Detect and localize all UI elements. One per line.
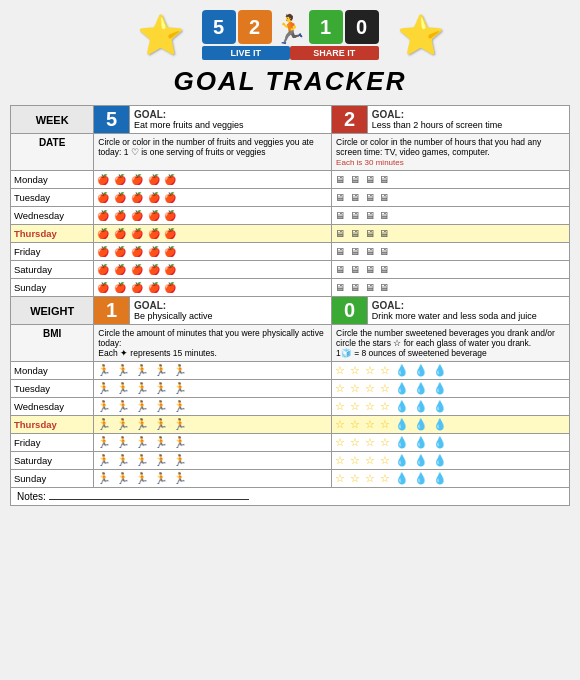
sunday2-stars: ☆ ☆ ☆ ☆ 💧 💧 💧: [332, 470, 570, 488]
date-desc2: Circle or color in the number of hours t…: [332, 134, 570, 171]
day-row-monday: Monday 🍎 🍎 🍎 🍎 🍎 🖥 🖥 🖥 🖥: [11, 171, 570, 189]
star-right: ⭐: [397, 13, 444, 57]
goal3-number: 1: [94, 297, 130, 325]
monday-monitors: 🖥 🖥 🖥 🖥: [332, 171, 570, 189]
goal2-desc: Less than 2 hours of screen time: [372, 120, 503, 130]
date-label: DATE: [11, 134, 94, 171]
wednesday-monitors: 🖥 🖥 🖥 🖥: [332, 207, 570, 225]
day-row-wednesday: Wednesday 🍎 🍎 🍎 🍎 🍎 🖥 🖥 🖥 🖥: [11, 207, 570, 225]
weight-row: WEIGHT 1 GOAL: Be physically active 0 GO…: [11, 297, 570, 325]
saturday2-stars: ☆ ☆ ☆ ☆ 💧 💧 💧: [332, 452, 570, 470]
monday2-stars: ☆ ☆ ☆ ☆ 💧 💧 💧: [332, 362, 570, 380]
logo-num-2: 2: [238, 10, 272, 44]
day-row-thursday1: Thursday 🍎 🍎 🍎 🍎 🍎 🖥 🖥 🖥 🖥: [11, 225, 570, 243]
day2-sunday: Sunday: [11, 470, 94, 488]
wednesday2-stars: ☆ ☆ ☆ ☆ 💧 💧 💧: [332, 398, 570, 416]
day2-saturday: Saturday: [11, 452, 94, 470]
tuesday-apples: 🍎 🍎 🍎 🍎 🍎: [94, 189, 332, 207]
bmi-each2: 1🧊 = 8 ounces of sweetened beverage: [336, 348, 487, 358]
day2-row-tuesday: Tuesday 🏃 🏃 🏃 🏃 🏃 ☆ ☆ ☆ ☆ 💧 💧 💧: [11, 380, 570, 398]
logo-middle: 2 🏃 1: [238, 10, 343, 44]
day-friday: Friday: [11, 243, 94, 261]
day-row-friday: Friday 🍎 🍎 🍎 🍎 🍎 🖥 🖥 🖥 🖥: [11, 243, 570, 261]
goal4-label: GOAL:: [372, 300, 565, 311]
logo-label-shareit: SHARE IT: [290, 46, 379, 60]
goal4-text: GOAL: Drink more water and less soda and…: [367, 297, 569, 325]
logo-num-5: 5: [202, 10, 236, 44]
logo: 5 2 🏃 1 0 LIVE IT SHARE IT: [202, 10, 379, 60]
day2-tuesday: Tuesday: [11, 380, 94, 398]
day2-row-wednesday: Wednesday 🏃 🏃 🏃 🏃 🏃 ☆ ☆ ☆ ☆ 💧 💧 💧: [11, 398, 570, 416]
star-left: ⭐: [137, 13, 184, 57]
week-label: WEEK: [11, 106, 94, 134]
day2-row-friday: Friday 🏃 🏃 🏃 🏃 🏃 ☆ ☆ ☆ ☆ 💧 💧 💧: [11, 434, 570, 452]
wednesday2-persons: 🏃 🏃 🏃 🏃 🏃: [94, 398, 332, 416]
day-row-saturday: Saturday 🍎 🍎 🍎 🍎 🍎 🖥 🖥 🖥 🖥: [11, 261, 570, 279]
bmi-label: BMI: [11, 325, 94, 362]
goal1-desc: Eat more fruits and veggies: [134, 120, 244, 130]
friday2-persons: 🏃 🏃 🏃 🏃 🏃: [94, 434, 332, 452]
notes-label: Notes:: [17, 491, 46, 502]
goal2-number: 2: [332, 106, 368, 134]
monday2-persons: 🏃 🏃 🏃 🏃 🏃: [94, 362, 332, 380]
week-row: WEEK 5 GOAL: Eat more fruits and veggies…: [11, 106, 570, 134]
wednesday-apples: 🍎 🍎 🍎 🍎 🍎: [94, 207, 332, 225]
date-each2: Each is 30 minutes: [336, 158, 404, 167]
saturday-apples: 🍎 🍎 🍎 🍎 🍎: [94, 261, 332, 279]
tuesday-monitors: 🖥 🖥 🖥 🖥: [332, 189, 570, 207]
thursday1-apples: 🍎 🍎 🍎 🍎 🍎: [94, 225, 332, 243]
goal3-text: GOAL: Be physically active: [129, 297, 331, 325]
day-tuesday: Tuesday: [11, 189, 94, 207]
saturday-monitors: 🖥 🖥 🖥 🖥: [332, 261, 570, 279]
thursday2-persons: 🏃 🏃 🏃 🏃 🏃: [94, 416, 332, 434]
bmi-row: BMI Circle the amount of minutes that yo…: [11, 325, 570, 362]
friday-monitors: 🖥 🖥 🖥 🖥: [332, 243, 570, 261]
day2-row-thursday: Thursday 🏃 🏃 🏃 🏃 🏃 ☆ ☆ ☆ ☆ 💧 💧 💧: [11, 416, 570, 434]
saturday2-persons: 🏃 🏃 🏃 🏃 🏃: [94, 452, 332, 470]
page-title: GOAL TRACKER: [174, 66, 407, 97]
sunday2-persons: 🏃 🏃 🏃 🏃 🏃: [94, 470, 332, 488]
goal4-desc: Drink more water and less soda and juice: [372, 311, 537, 321]
bmi-desc2: Circle the number sweetened beverages yo…: [332, 325, 570, 362]
tuesday2-persons: 🏃 🏃 🏃 🏃 🏃: [94, 380, 332, 398]
page-header: ⭐ 5 2 🏃 1 0 LIVE IT SHARE IT ⭐: [10, 10, 570, 60]
bmi-desc1: Circle the amount of minutes that you we…: [94, 325, 332, 362]
logo-num-1: 1: [309, 10, 343, 44]
goal1-number: 5: [94, 106, 130, 134]
goal1-label: GOAL:: [134, 109, 327, 120]
notes-row: Notes:: [11, 488, 570, 506]
day-row-sunday: Sunday 🍎 🍎 🍎 🍎 🍎 🖥 🖥 🖥 🖥: [11, 279, 570, 297]
tracker-table: WEEK 5 GOAL: Eat more fruits and veggies…: [10, 105, 570, 506]
sunday-monitors: 🖥 🖥 🖥 🖥: [332, 279, 570, 297]
day-monday: Monday: [11, 171, 94, 189]
notes-cell: Notes:: [11, 488, 570, 506]
figure-icon: 🏃: [273, 16, 308, 44]
goal4-number: 0: [332, 297, 368, 325]
thursday2-stars: ☆ ☆ ☆ ☆ 💧 💧 💧: [332, 416, 570, 434]
goal3-desc: Be physically active: [134, 311, 213, 321]
monday-apples: 🍎 🍎 🍎 🍎 🍎: [94, 171, 332, 189]
goal3-label: GOAL:: [134, 300, 327, 311]
sunday-apples: 🍎 🍎 🍎 🍎 🍎: [94, 279, 332, 297]
friday2-stars: ☆ ☆ ☆ ☆ 💧 💧 💧: [332, 434, 570, 452]
bmi-each1: Each ✦ represents 15 minutes.: [98, 348, 217, 358]
goal1-text: GOAL: Eat more fruits and veggies: [129, 106, 331, 134]
notes-line: [49, 499, 249, 500]
day-wednesday: Wednesday: [11, 207, 94, 225]
goal2-text: GOAL: Less than 2 hours of screen time: [367, 106, 569, 134]
day2-row-monday: Monday 🏃 🏃 🏃 🏃 🏃 ☆ ☆ ☆ ☆ 💧 💧 💧: [11, 362, 570, 380]
day2-row-saturday: Saturday 🏃 🏃 🏃 🏃 🏃 ☆ ☆ ☆ ☆ 💧 💧 💧: [11, 452, 570, 470]
day-sunday: Sunday: [11, 279, 94, 297]
day2-row-sunday: Sunday 🏃 🏃 🏃 🏃 🏃 ☆ ☆ ☆ ☆ 💧 💧 💧: [11, 470, 570, 488]
date-row: DATE Circle or color in the number of fr…: [11, 134, 570, 171]
friday-apples: 🍎 🍎 🍎 🍎 🍎: [94, 243, 332, 261]
weight-label: WEIGHT: [11, 297, 94, 325]
day2-thursday: Thursday: [11, 416, 94, 434]
logo-label-liveit: LIVE IT: [202, 46, 291, 60]
goal2-label: GOAL:: [372, 109, 565, 120]
date-desc1: Circle or color in the number of fruits …: [94, 134, 332, 171]
day-row-tuesday: Tuesday 🍎 🍎 🍎 🍎 🍎 🖥 🖥 🖥 🖥: [11, 189, 570, 207]
day2-monday: Monday: [11, 362, 94, 380]
day2-wednesday: Wednesday: [11, 398, 94, 416]
tuesday2-stars: ☆ ☆ ☆ ☆ 💧 💧 💧: [332, 380, 570, 398]
